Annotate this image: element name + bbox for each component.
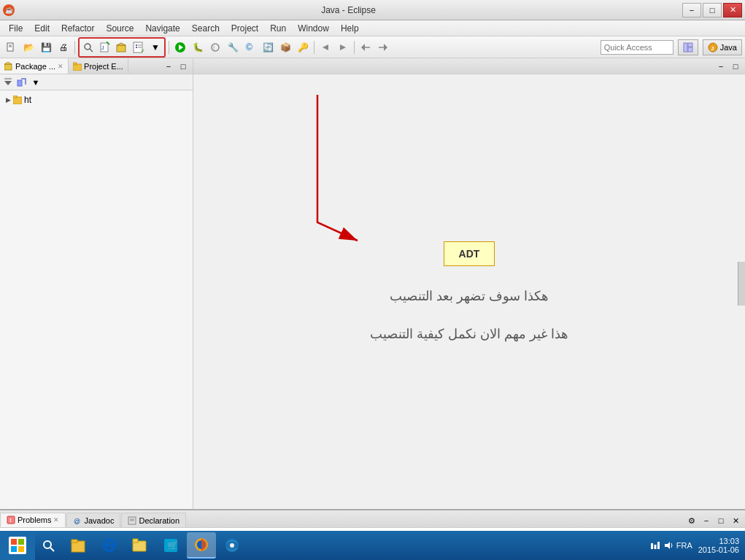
svg-rect-40 bbox=[13, 96, 17, 98]
taskbar-app-file-explorer[interactable] bbox=[64, 532, 93, 559]
view-menu-btn[interactable]: ▼ bbox=[29, 76, 42, 89]
perspective-label: Java bbox=[720, 43, 737, 52]
collapse-all-btn[interactable] bbox=[1, 76, 15, 89]
taskbar-app-folder[interactable] bbox=[126, 532, 155, 559]
svg-marker-22 bbox=[340, 44, 346, 50]
center-panel: − □ ADT هكذا سوف تضهر بعد التنصيب هذا غي… bbox=[193, 58, 745, 509]
properties-btn[interactable]: ✓ bbox=[131, 39, 147, 55]
maximize-button[interactable]: □ bbox=[703, 3, 722, 18]
center-maximize-btn[interactable]: □ bbox=[729, 60, 742, 73]
ext-btn1[interactable]: ! bbox=[207, 39, 223, 55]
taskbar: 🛒 bbox=[0, 531, 745, 560]
link-editor-btn[interactable] bbox=[15, 76, 28, 89]
taskbar-app-eclipse[interactable] bbox=[217, 532, 247, 559]
network-icon bbox=[650, 540, 660, 551]
quick-access-input[interactable] bbox=[601, 40, 673, 55]
bottom-min-btn[interactable]: − bbox=[700, 514, 713, 527]
main-area: Package ... ✕ Project E... − □ bbox=[0, 58, 745, 509]
menu-navigate[interactable]: Navigate bbox=[139, 22, 185, 35]
language-indicator[interactable]: FRA bbox=[676, 541, 692, 550]
svg-rect-28 bbox=[688, 43, 692, 47]
prev-anno-btn[interactable] bbox=[317, 39, 333, 55]
run-btn[interactable] bbox=[172, 39, 188, 55]
bottom-max-btn[interactable]: □ bbox=[714, 514, 727, 527]
tree-item-label: ht bbox=[24, 95, 31, 105]
tab-package-close[interactable]: ✕ bbox=[58, 63, 63, 70]
svg-text:©: © bbox=[246, 42, 252, 52]
ext-btn2[interactable]: 🔧 bbox=[225, 39, 241, 55]
tree-item-ht[interactable]: ▶ ht bbox=[3, 93, 190, 106]
taskbar-app-store[interactable]: 🛒 bbox=[156, 532, 185, 559]
menu-window[interactable]: Window bbox=[292, 22, 335, 35]
svg-rect-11 bbox=[136, 44, 137, 46]
tab-problems[interactable]: ! Problems ✕ bbox=[0, 513, 66, 527]
close-button[interactable]: ✕ bbox=[723, 3, 742, 18]
adt-box: ADT bbox=[444, 241, 495, 266]
open-perspective-btn[interactable] bbox=[678, 39, 698, 55]
ext-btn6[interactable]: 🔑 bbox=[295, 39, 311, 55]
start-button[interactable] bbox=[0, 531, 35, 560]
javadoc-icon: @ bbox=[73, 516, 82, 525]
debug-btn[interactable]: 🐛 bbox=[190, 39, 206, 55]
svg-rect-50 bbox=[11, 546, 17, 552]
arabic-text-2: هذا غير مهم الان نكمل كيفية التنصيب bbox=[370, 326, 568, 342]
open-button[interactable]: 📂 bbox=[20, 39, 36, 55]
taskbar-app-firefox[interactable] bbox=[187, 532, 216, 559]
next-anno-btn[interactable] bbox=[335, 39, 351, 55]
ext-btn5[interactable]: 📦 bbox=[277, 39, 293, 55]
new-java-btn[interactable]: J bbox=[97, 39, 113, 55]
menu-search[interactable]: Search bbox=[186, 22, 225, 35]
menu-run[interactable]: Run bbox=[264, 22, 292, 35]
dropdown-btn[interactable]: ▼ bbox=[147, 39, 163, 55]
menu-edit[interactable]: Edit bbox=[28, 22, 55, 35]
folder-icon bbox=[73, 62, 82, 71]
bottom-settings-btn[interactable]: ⚙ bbox=[685, 514, 698, 527]
panel-tabs: Package ... ✕ Project E... − □ bbox=[0, 58, 193, 74]
back-btn[interactable] bbox=[358, 39, 374, 55]
save-button[interactable]: 💾 bbox=[38, 39, 54, 55]
tab-problems-close[interactable]: ✕ bbox=[53, 516, 59, 524]
taskbar-search-btn[interactable] bbox=[35, 532, 61, 559]
menu-source[interactable]: Source bbox=[100, 22, 139, 35]
svg-text:@: @ bbox=[74, 518, 80, 525]
package-icon bbox=[4, 62, 13, 71]
search-toolbar-btn[interactable] bbox=[80, 39, 96, 55]
tab-declaration[interactable]: Declaration bbox=[121, 513, 186, 527]
svg-text:!: ! bbox=[213, 44, 215, 51]
tab-project-explorer[interactable]: Project E... bbox=[69, 58, 128, 74]
taskbar-time-display: 13:03 bbox=[698, 537, 739, 545]
svg-marker-21 bbox=[323, 44, 328, 50]
menu-help[interactable]: Help bbox=[335, 22, 365, 35]
ext-btn4[interactable]: 🔄 bbox=[260, 39, 276, 55]
arabic-text-1: هكذا سوف تضهر بعد التنصيب bbox=[390, 288, 549, 304]
tab-javadoc[interactable]: @ Javadoc bbox=[66, 513, 120, 527]
panel-minimize-btn[interactable]: − bbox=[162, 60, 175, 73]
svg-text:!: ! bbox=[9, 517, 12, 524]
main-toolbar: 📂 💾 🖨 J bbox=[0, 36, 745, 58]
taskbar-apps: 🛒 bbox=[61, 532, 250, 559]
window-title: Java - Eclipse bbox=[15, 5, 682, 15]
tab-package-explorer[interactable]: Package ... ✕ bbox=[0, 58, 69, 74]
new-package-btn[interactable] bbox=[114, 39, 130, 55]
menu-project[interactable]: Project bbox=[225, 22, 264, 35]
svg-marker-71 bbox=[665, 542, 670, 549]
menu-file[interactable]: File bbox=[3, 22, 28, 35]
forward-btn[interactable] bbox=[375, 39, 391, 55]
print-button[interactable]: 🖨 bbox=[55, 39, 72, 55]
minimize-button[interactable]: − bbox=[682, 3, 701, 18]
eclipse-taskbar-icon bbox=[224, 537, 240, 553]
taskbar-app-ie[interactable] bbox=[95, 532, 124, 559]
svg-line-53 bbox=[50, 548, 54, 551]
right-edge-tab[interactable] bbox=[738, 262, 745, 306]
taskbar-right: FRA 13:03 2015-01-06 bbox=[644, 537, 745, 554]
menu-refactor[interactable]: Refactor bbox=[55, 22, 100, 35]
taskbar-system-icons: FRA bbox=[650, 540, 692, 551]
panel-maximize-btn[interactable]: □ bbox=[177, 60, 190, 73]
center-minimize-btn[interactable]: − bbox=[714, 60, 727, 73]
java-perspective-btn[interactable]: J Java bbox=[703, 39, 742, 55]
new-button[interactable] bbox=[3, 39, 19, 55]
bottom-close-btn[interactable]: ✕ bbox=[729, 514, 742, 527]
quick-access-area: J Java bbox=[601, 39, 742, 55]
svg-rect-60 bbox=[133, 539, 138, 542]
ext-btn3[interactable]: © bbox=[242, 39, 258, 55]
